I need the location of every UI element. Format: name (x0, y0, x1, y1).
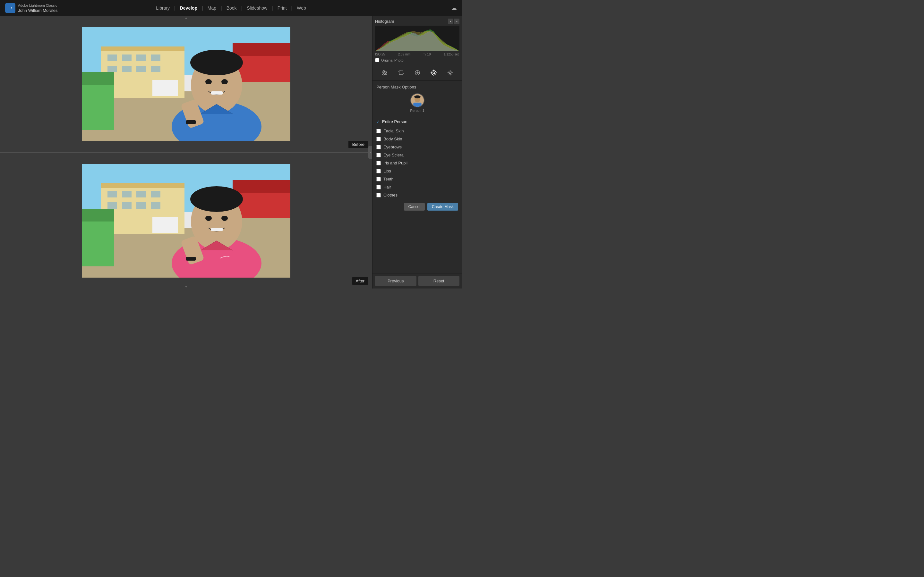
svg-point-23 (221, 79, 228, 84)
svg-rect-40 (82, 209, 114, 221)
svg-rect-45 (152, 217, 178, 233)
svg-rect-10 (136, 66, 146, 72)
mask-option-clothes[interactable]: Clothes (376, 191, 458, 199)
nav-menu: Library | Develop | Map | Book | Slidesh… (154, 4, 308, 12)
mask-panel: Person Mask Options Person 1 (373, 81, 462, 273)
svg-rect-26 (186, 120, 196, 124)
eye-sclera-checkbox[interactable] (376, 153, 381, 157)
mask-option-eyebrows[interactable]: Eyebrows (376, 143, 458, 151)
svg-rect-9 (122, 66, 132, 72)
mask-option-body-skin[interactable]: Body Skin (376, 135, 458, 143)
original-photo-row: Original Photo (375, 58, 459, 62)
histogram-shutter: 1/1250 sec (444, 53, 459, 56)
nav-book[interactable]: Book (225, 4, 239, 12)
svg-rect-51 (211, 228, 223, 231)
right-panel: Histogram ▲ ▲ ISO 25 (372, 16, 462, 288)
settings-tool[interactable] (445, 68, 455, 78)
person-avatar[interactable] (410, 93, 425, 107)
svg-rect-53 (186, 257, 196, 261)
iris-pupil-label: Iris and Pupil (383, 161, 407, 165)
reset-button[interactable]: Reset (418, 276, 460, 286)
heal-tool[interactable] (412, 68, 423, 78)
svg-rect-31 (107, 191, 117, 197)
entire-person-row: ✓ Entire Person (376, 118, 458, 126)
svg-point-77 (414, 95, 421, 98)
previous-button[interactable]: Previous (375, 276, 417, 286)
sliders-tool[interactable] (380, 68, 390, 78)
teeth-label: Teeth (383, 177, 394, 181)
svg-rect-33 (136, 191, 146, 197)
histogram-left-arrow[interactable]: ▲ (448, 19, 453, 24)
body-skin-label: Body Skin (383, 137, 402, 141)
nav-map[interactable]: Map (206, 4, 218, 12)
clothes-checkbox[interactable] (376, 193, 381, 197)
before-label[interactable]: Before (349, 141, 368, 148)
after-label[interactable]: After (352, 277, 368, 285)
before-panel: Before (0, 16, 372, 152)
mask-panel-title: Person Mask Options (376, 85, 458, 89)
after-photo (82, 164, 290, 277)
histogram-aperture: f / 19 (423, 53, 431, 56)
nav-print[interactable]: Print (276, 4, 289, 12)
lips-checkbox[interactable] (376, 169, 381, 173)
histogram-header: Histogram ▲ ▲ (375, 19, 459, 24)
svg-rect-15 (233, 43, 290, 56)
crop-tool[interactable] (396, 68, 406, 78)
lips-label: Lips (383, 169, 391, 173)
nav-library[interactable]: Library (154, 4, 172, 12)
hair-checkbox[interactable] (376, 185, 381, 189)
bottom-panel-toggle[interactable]: ▼ (184, 285, 188, 288)
mask-option-facial-skin[interactable]: Facial Skin (376, 127, 458, 135)
entire-person-check: ✓ (376, 119, 380, 124)
facial-skin-checkbox[interactable] (376, 129, 381, 133)
eyebrows-checkbox[interactable] (376, 145, 381, 149)
person-avatar-img (411, 94, 424, 107)
eyebrows-label: Eyebrows (383, 145, 402, 149)
clothes-label: Clothes (383, 193, 397, 197)
mask-option-iris-pupil[interactable]: Iris and Pupil (376, 159, 458, 167)
mask-option-teeth[interactable]: Teeth (376, 175, 458, 183)
cancel-button[interactable]: Cancel (404, 203, 425, 211)
mask-option-lips[interactable]: Lips (376, 167, 458, 175)
svg-rect-38 (151, 202, 160, 209)
topbar: Lr Adobe Lightroom Classic John William … (0, 0, 462, 16)
histogram-arrows: ▲ ▲ (448, 19, 459, 24)
original-photo-label[interactable]: Original Photo (381, 58, 404, 62)
original-photo-checkbox[interactable] (375, 58, 379, 62)
svg-rect-8 (107, 66, 117, 72)
nav-slideshow[interactable]: Slideshow (245, 4, 269, 12)
svg-rect-5 (122, 55, 132, 61)
nav-web[interactable]: Web (295, 4, 308, 12)
teeth-checkbox[interactable] (376, 177, 381, 181)
main-layout: ▲ (0, 16, 462, 288)
mask-buttons: Cancel Create Mask (376, 203, 458, 211)
create-mask-button[interactable]: Create Mask (427, 203, 458, 211)
histogram-canvas (375, 26, 459, 51)
body-skin-checkbox[interactable] (376, 137, 381, 141)
histogram-focal: 2.69 mm (398, 53, 411, 56)
histogram-right-arrow[interactable]: ▲ (454, 19, 459, 24)
eye-sclera-label: Eye Sclera (383, 153, 404, 157)
right-panel-toggle[interactable]: › (368, 146, 372, 159)
histogram-title: Histogram (375, 19, 394, 24)
lr-logo: Lr (5, 3, 15, 13)
iris-pupil-checkbox[interactable] (376, 161, 381, 165)
bottom-buttons: Previous Reset (373, 273, 462, 288)
svg-rect-34 (151, 191, 160, 197)
mask-tool[interactable] (429, 68, 439, 78)
image-area: ▲ (0, 16, 372, 288)
mask-option-eye-sclera[interactable]: Eye Sclera (376, 151, 458, 159)
svg-point-69 (433, 72, 435, 74)
svg-rect-13 (82, 72, 114, 85)
mask-option-hair[interactable]: Hair (376, 183, 458, 191)
svg-point-49 (205, 216, 212, 221)
svg-point-59 (383, 74, 384, 75)
svg-rect-36 (122, 202, 132, 209)
nav-develop[interactable]: Develop (178, 4, 199, 12)
person-avatar-area: Person 1 (376, 93, 458, 113)
svg-point-68 (431, 71, 436, 75)
svg-point-50 (221, 216, 228, 221)
svg-rect-7 (151, 55, 160, 61)
cloud-icon[interactable]: ☁ (451, 5, 457, 11)
svg-rect-11 (151, 66, 160, 72)
